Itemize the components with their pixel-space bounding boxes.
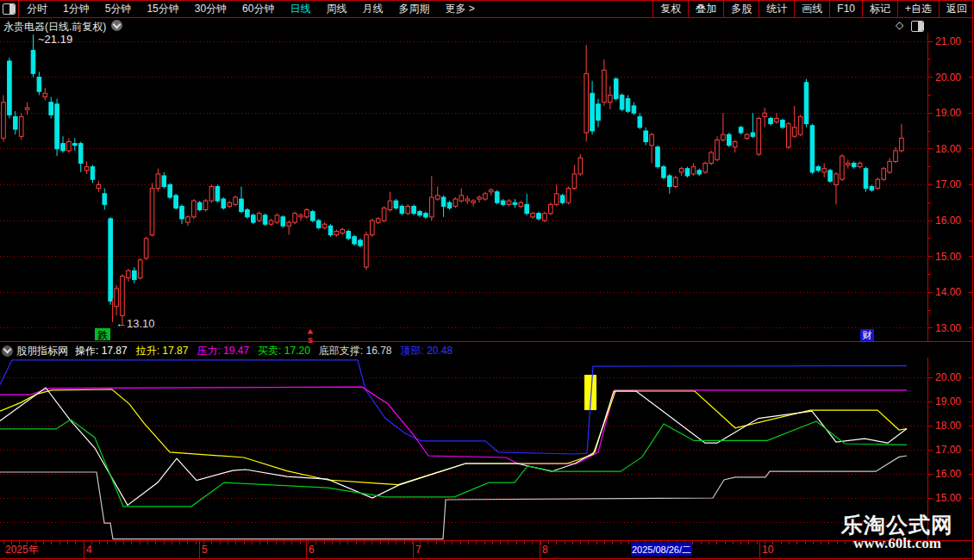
axes [0, 0, 973, 560]
indicator-line-yellow [0, 389, 907, 485]
indicator-line-magenta [0, 387, 907, 464]
indicator-value-3: 压力: 19.47 [197, 344, 249, 358]
indicator-header: 股朋指标网 操作: 17.87拉升: 17.87压力: 19.47买卖: 17.… [2, 344, 461, 358]
svg-text:19.00: 19.00 [935, 395, 961, 408]
svg-text:17.00: 17.00 [935, 444, 961, 456]
svg-text:2025/08/26/二: 2025/08/26/二 [632, 544, 691, 555]
svg-text:7: 7 [415, 544, 421, 556]
indicator-value-2: 拉升: 17.87 [136, 344, 189, 358]
svg-text:17.00: 17.00 [935, 178, 961, 190]
indicator-value-6: 顶部: 20.48 [401, 344, 453, 358]
sell-signal-arrow-icon [308, 329, 314, 334]
watermark-site-name: 乐淘公式网 [826, 513, 969, 536]
svg-text:财: 财 [863, 330, 872, 340]
svg-text:20.00: 20.00 [935, 371, 961, 383]
svg-text:20.00: 20.00 [935, 72, 961, 84]
svg-text:5: 5 [202, 544, 208, 556]
indicator-value-5: 底部支撑: 16.78 [319, 344, 392, 358]
svg-text:15.00: 15.00 [935, 251, 961, 263]
indicator-line-green [0, 420, 907, 507]
svg-text:跌: 跌 [98, 330, 109, 340]
indicator-value-1: 操作: 17.87 [75, 344, 128, 358]
indicator-source: 股朋指标网 [16, 344, 68, 358]
svg-text:16.00: 16.00 [935, 468, 961, 480]
svg-text:2025年: 2025年 [5, 544, 39, 556]
svg-text:~21.19: ~21.19 [38, 33, 72, 46]
svg-text:10: 10 [762, 544, 774, 556]
gridlines [0, 41, 927, 522]
indicator-dropdown-icon[interactable] [2, 345, 13, 357]
indicator-line-blue [0, 360, 907, 454]
svg-text:16.00: 16.00 [935, 215, 961, 227]
candlestick-series [2, 34, 904, 325]
svg-text:6: 6 [309, 544, 315, 556]
trading-app-window: 分时1分钟5分钟15分钟30分钟60分钟日线周线月线多周期更多 > 复权叠加多股… [0, 0, 974, 560]
watermark-url: www.60lt.com [826, 536, 969, 551]
svg-text:←13.10: ←13.10 [116, 317, 155, 330]
svg-text:15.00: 15.00 [935, 492, 961, 504]
svg-text:13.00: 13.00 [935, 322, 961, 334]
svg-text:21.00: 21.00 [935, 35, 961, 47]
svg-text:14.00: 14.00 [935, 286, 961, 298]
svg-text:4: 4 [86, 544, 92, 556]
watermark: 乐淘公式网 www.60lt.com [826, 513, 969, 551]
svg-text:18.00: 18.00 [935, 143, 961, 155]
indicator-value-4: 买卖: 17.20 [258, 344, 310, 358]
indicator-line-white [0, 388, 907, 505]
indicator-lines [0, 360, 907, 539]
svg-text:18.00: 18.00 [935, 420, 961, 432]
svg-text:8: 8 [542, 544, 548, 556]
chart-canvas[interactable]: 21.0020.0019.0018.0017.0016.0015.0014.00… [0, 0, 974, 560]
svg-text:19.00: 19.00 [935, 107, 961, 119]
